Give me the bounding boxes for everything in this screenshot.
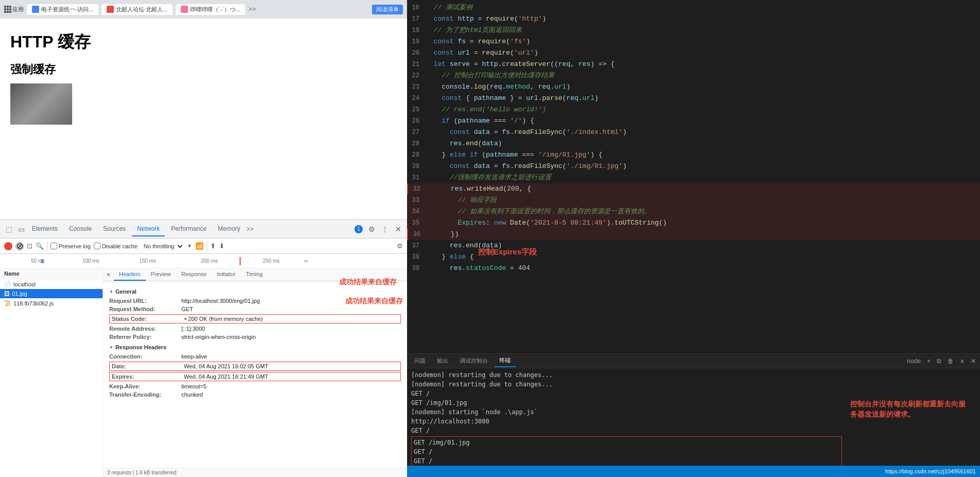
field-value-method: GET: [181, 306, 193, 312]
tab-network[interactable]: Network: [132, 222, 165, 236]
terminal-plus-icon[interactable]: +: [925, 356, 933, 366]
terminal-content: [nodemon] restarting due to changes... […: [407, 368, 846, 466]
tab-sources[interactable]: Sources: [98, 222, 131, 236]
field-date: Date: Wed, 04 Aug 2021 16:02:05 GMT: [109, 362, 401, 371]
download-icon[interactable]: ⬇: [219, 242, 225, 250]
tab-console[interactable]: Console: [64, 222, 97, 236]
more-devtools-tabs[interactable]: >>: [246, 226, 254, 233]
terminal-line-7: GET /: [411, 426, 842, 435]
t-hl-3: GET /: [414, 456, 839, 466]
upload-icon[interactable]: ⬆: [210, 242, 216, 250]
code-line-16: 16 // 测试案例: [407, 2, 980, 13]
timeline-250ms: 250 ms: [263, 258, 280, 264]
inspect-icon[interactable]: ⬚: [4, 225, 13, 234]
bottom-tabs-bar: 问题 输出 调试控制台 终端 node + ⧉ 🗑 ∧ ✕: [407, 354, 980, 368]
tab-performance[interactable]: Performance: [166, 222, 212, 236]
record-btn[interactable]: [4, 242, 12, 250]
code-line-19: 19 const fs = require('fs'): [407, 36, 980, 47]
code-line-26: 26 if (pathname === '/') {: [407, 115, 980, 127]
code-line-39: 39 res.statusCode = 404: [407, 263, 980, 274]
terminal-line-3: GET /: [411, 389, 842, 398]
tab-output[interactable]: 输出: [432, 355, 453, 367]
code-line-31: 31 //强制缓存发送请求之前进行设置: [407, 172, 980, 183]
browser-tab-0[interactable]: 电子资源统一-访问...: [27, 4, 98, 15]
terminal-split-icon[interactable]: ⧉: [935, 356, 943, 366]
request-localhost[interactable]: 📄 localhost: [0, 279, 103, 289]
browser-tab-1[interactable]: 北邮人论坛·北邮人...: [102, 4, 173, 15]
tab-problems[interactable]: 问题: [409, 355, 431, 367]
field-request-method: Request Method: GET: [109, 305, 401, 313]
terminal-up-icon[interactable]: ∧: [958, 356, 967, 366]
field-status-code: Status Code: ● 200 OK (from memory cache…: [109, 314, 401, 323]
wifi-icon: 📶: [195, 242, 204, 250]
headers-content: 成功结果来自缓存 General Request URL: http://loc…: [103, 281, 407, 468]
request-01jpg[interactable]: 🖼 01.jpg: [0, 289, 103, 298]
apps-label: 应用: [12, 6, 24, 13]
tab-memory[interactable]: Memory: [213, 222, 245, 236]
field-name-url: Request URL:: [109, 298, 181, 304]
tab-debug[interactable]: 调试控制台: [454, 355, 493, 367]
preserve-log-input[interactable]: [50, 243, 57, 249]
node-label: node: [905, 356, 923, 366]
favicon-0: [32, 6, 39, 13]
code-line-22: 22 // 控制台打印输出方便对比缓存结果: [407, 70, 980, 81]
settings-icon[interactable]: ⚙: [367, 225, 376, 234]
tab-timing[interactable]: Timing: [241, 268, 268, 281]
device-icon[interactable]: ▭: [16, 225, 26, 234]
timeline-bar-red: [240, 257, 241, 265]
terminal-trash-icon[interactable]: 🗑: [945, 356, 956, 366]
reading-list-btn[interactable]: 阅读清单: [372, 5, 403, 14]
tab-response[interactable]: Response: [176, 268, 212, 281]
field-name-remote: Remote Address:: [109, 326, 181, 332]
browser-tab-2[interactable]: 哔哩哔哩（`-´）つ...: [176, 4, 245, 15]
disable-cache-checkbox[interactable]: Disable cache: [94, 243, 138, 249]
detail-panel: ✕ Headers Preview Response Initiator Tim…: [103, 268, 407, 477]
field-value-transfer: chunked: [181, 391, 203, 398]
more-tabs-btn[interactable]: >>: [248, 6, 256, 13]
preserve-log-checkbox[interactable]: Preserve log: [50, 243, 91, 249]
code-line-36: 36 }): [407, 229, 980, 240]
network-bottom-bar: 3 requests | 1.6 kB transferred: [103, 468, 407, 477]
apps-icon[interactable]: 应用: [4, 6, 24, 13]
search-icon[interactable]: 🔍: [36, 242, 44, 250]
page-content: HTTP 缓存 强制缓存: [0, 19, 407, 219]
tab-label-1: 北邮人论坛·北邮人...: [116, 6, 167, 13]
close-detail-btn[interactable]: ✕: [103, 270, 114, 279]
preserve-log-label: Preserve log: [59, 243, 91, 249]
page-title: HTTP 缓存: [10, 31, 397, 54]
tab-initiator[interactable]: Initiator: [212, 268, 241, 281]
browser-toolbar: 应用 电子资源统一-访问... 北邮人论坛·北邮人... 哔哩哔哩（`-´）つ.…: [0, 0, 407, 19]
code-line-28: 28 res.end(data): [407, 138, 980, 149]
section-title: 强制缓存: [10, 62, 397, 77]
timeline: 50 ms 100 ms 150 ms 200 ms 250 ms: [0, 254, 407, 268]
status-green-dot: ●: [184, 316, 187, 322]
favicon-2: [181, 6, 188, 13]
clear-btn[interactable]: ⊘: [15, 242, 24, 250]
terminal-close-icon[interactable]: ✕: [969, 356, 978, 366]
more-icon[interactable]: ⋮: [380, 225, 390, 234]
js-favicon: 📜: [4, 300, 11, 306]
tab-label-0: 电子资源统一-访问...: [41, 6, 93, 13]
code-line-24: 24 const { pathname } = url.parse(req.ur…: [407, 93, 980, 104]
request-js[interactable]: 📜 118.fb73b062.js: [0, 298, 103, 308]
divider: [47, 242, 47, 250]
throttle-arrow[interactable]: ▼: [187, 243, 192, 249]
tab-elements[interactable]: Elements: [27, 222, 63, 236]
close-devtools-icon[interactable]: ✕: [394, 225, 403, 234]
terminal-line-1: [nodemon] restarting due to changes...: [411, 370, 842, 380]
tab-preview[interactable]: Preview: [146, 268, 176, 281]
tab-headers[interactable]: Headers: [114, 268, 146, 281]
divider2: [207, 242, 207, 250]
filter-icon[interactable]: ⊡: [27, 242, 32, 250]
page-favicon: 📄: [4, 281, 11, 287]
tab-terminal[interactable]: 终端: [494, 354, 516, 367]
field-name-connection: Connection:: [109, 353, 181, 360]
disable-cache-input[interactable]: [94, 243, 100, 249]
tab-label-2: 哔哩哔哩（`-´）つ...: [190, 6, 240, 13]
field-value-expires: Wed, 04 Aug 2021 16:21:49 GMT: [184, 373, 268, 380]
network-settings-icon[interactable]: ⚙: [397, 242, 403, 250]
detail-tabs: Headers Preview Response Initiator Timin…: [114, 268, 407, 281]
throttle-select[interactable]: No throttling: [141, 242, 184, 250]
name-column-header: Name: [0, 268, 103, 279]
code-line-18: 18 // 为了把html页面返回回来: [407, 25, 980, 36]
